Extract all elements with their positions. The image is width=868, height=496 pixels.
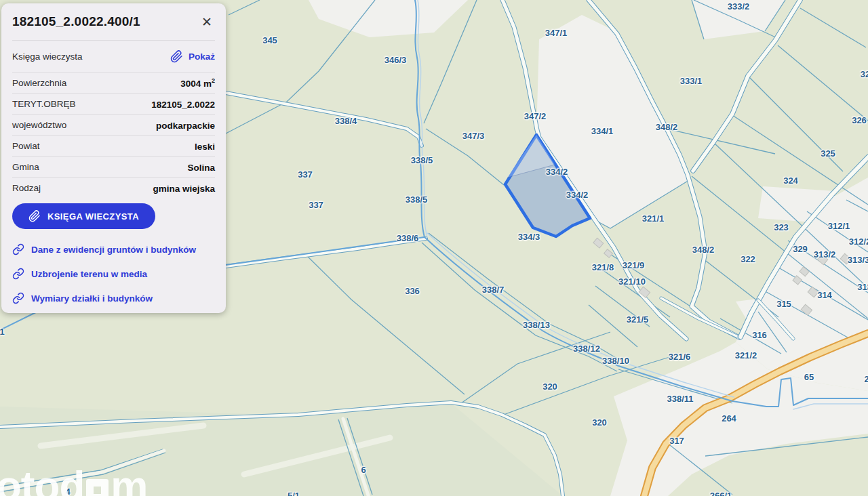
paperclip-icon (170, 50, 183, 63)
parcel-label[interactable]: 348/2 (656, 122, 678, 132)
attribute-label: Powiat (12, 141, 40, 151)
parcel-label[interactable]: 326 (852, 115, 867, 125)
attribute-row: Powierzchnia 3004 m2 (12, 73, 215, 94)
link-icon (12, 243, 24, 255)
panel-link[interactable]: Uzbrojenie terenu w media (12, 262, 215, 286)
parcel-label[interactable]: 347/3 (462, 131, 485, 141)
parcel-label[interactable]: 264 (722, 413, 736, 423)
parcel-label[interactable]: 321/6 (669, 352, 691, 362)
parcel-label[interactable]: 338/4 (335, 116, 357, 126)
parcel-label[interactable]: 338/12 (573, 344, 600, 354)
parcel-label[interactable]: 320 (592, 417, 607, 428)
parcel-label[interactable]: 345 (262, 35, 277, 45)
parcel-label[interactable]: 347/1 (545, 28, 568, 38)
attribute-value: gmina wiejska (153, 182, 215, 194)
parcel-label[interactable]: 32 (861, 69, 868, 79)
panel-link[interactable]: Wymiary działki i budynków (12, 286, 215, 310)
attribute-label: Rodzaj (12, 183, 41, 193)
attribute-value: 182105_2.0022 (151, 98, 215, 110)
parcel-label[interactable]: 333/2 (728, 1, 750, 12)
attribute-label: Gmina (12, 162, 39, 172)
parcel-label[interactable]: 6 (361, 465, 366, 475)
parcel-label[interactable]: 2 (864, 374, 868, 384)
link-icon (12, 268, 24, 280)
attribute-row: TERYT.OBRĘB 182105_2.0022 (12, 94, 215, 115)
parcel-label[interactable]: 336 (405, 286, 420, 296)
parcel-label[interactable]: 337 (298, 169, 313, 180)
parcel-label[interactable]: 321/2 (735, 350, 757, 360)
parcel-label[interactable]: 321/10 (618, 276, 646, 287)
attribute-value: leski (195, 140, 215, 152)
attribute-label: Powierzchnia (12, 78, 66, 88)
parcel-label[interactable]: 5/1 (288, 491, 300, 496)
panel-link-label: Dane z ewidencji gruntów i budynków (31, 245, 196, 255)
pokaz-link[interactable]: Pokaż (170, 50, 215, 63)
parcel-info-panel: 182105_2.0022.400/1 ✕ Księga wieczysta P… (1, 3, 226, 313)
paperclip-icon (28, 210, 41, 222)
panel-link[interactable]: Dane z ewidencji gruntów i budynków (12, 237, 215, 262)
parcel-label[interactable]: 315 (776, 299, 791, 309)
attribute-value: podkarpackie (156, 119, 215, 131)
parcel-label[interactable]: 316 (752, 330, 767, 340)
parcel-label[interactable]: 338/11 (667, 394, 693, 404)
attribute-value: Solina (187, 161, 215, 173)
parcel-label[interactable]: 346/3 (384, 55, 407, 65)
parcel-label[interactable]: 348/2 (692, 245, 715, 255)
attribute-row: Gmina Solina (12, 157, 215, 178)
parcel-label[interactable]: 338/13 (523, 320, 550, 330)
parcel-label[interactable]: 1 (0, 327, 5, 337)
panel-link-label: Uzbrojenie terenu w media (31, 269, 147, 279)
parcel-label[interactable]: 313/2 (814, 249, 836, 260)
parcel-label[interactable]: 323 (774, 222, 789, 232)
close-icon[interactable]: ✕ (199, 14, 215, 30)
parcel-label[interactable]: 313/3 (848, 255, 868, 265)
parcel-label[interactable]: 320 (542, 381, 557, 392)
parcel-label[interactable]: 329 (793, 244, 808, 254)
parcel-label[interactable]: 321/1 (642, 213, 665, 224)
attribute-row: Powiat leski (12, 136, 215, 157)
parcel-label[interactable]: 314 (817, 290, 832, 300)
parcel-label[interactable]: 324 (783, 175, 798, 186)
parcel-label[interactable]: 325 (821, 148, 835, 159)
attribute-label: TERYT.OBRĘB (12, 99, 76, 109)
parcel-label[interactable]: 334/2 (566, 190, 589, 200)
ksiega-wieczysta-button[interactable]: KSIĘGA WIECZYSTA (12, 203, 155, 229)
attribute-value: 3004 m2 (180, 77, 215, 89)
parcel-label[interactable]: 347/2 (524, 111, 547, 121)
parcel-label[interactable]: 334/1 (591, 126, 614, 136)
watermark-square-glyph (86, 479, 108, 496)
parcel-label[interactable]: 338/5 (406, 194, 428, 205)
pokaz-label: Pokaż (189, 51, 215, 62)
parcel-label[interactable]: 312/1 (828, 221, 850, 231)
parcel-label[interactable]: 322 (741, 254, 755, 264)
parcel-label[interactable]: 312/2 (849, 236, 868, 247)
attribute-row: Rodzaj gmina wiejska (12, 178, 215, 198)
parcel-label[interactable]: 338/10 (602, 356, 629, 366)
attribute-label: województwo (12, 120, 66, 130)
attribute-row: województwo podkarpackie (12, 115, 215, 136)
parcel-label[interactable]: 321/9 (623, 260, 645, 270)
parcel-label[interactable]: 321/8 (592, 262, 614, 272)
ksiega-wieczysta-label: Księga wieczysta (12, 51, 83, 62)
parcel-label[interactable]: 266/1 (710, 491, 732, 496)
otodom-watermark: otodm (0, 465, 147, 496)
parcel-label[interactable]: 338/5 (411, 155, 433, 165)
parcel-label[interactable]: 317 (669, 436, 684, 446)
panel-title: 182105_2.0022.400/1 (12, 14, 140, 29)
parcel-label[interactable]: 313 (857, 282, 868, 292)
parcel-label[interactable]: 338/6 (397, 233, 419, 243)
parcel-label[interactable]: 338/7 (482, 285, 505, 295)
parcel-label[interactable]: 334/2 (546, 167, 568, 177)
parcel-label[interactable]: 333/1 (680, 76, 703, 86)
parcel-label[interactable]: 337 (309, 200, 323, 210)
button-label: KSIĘGA WIECZYSTA (47, 211, 139, 222)
parcel-label[interactable]: 334/3 (518, 232, 540, 242)
panel-link-label: Wymiary działki i budynków (31, 293, 153, 304)
parcel-label[interactable]: 65 (804, 372, 814, 382)
link-icon (12, 292, 24, 304)
parcel-label[interactable]: 321/5 (627, 314, 649, 325)
